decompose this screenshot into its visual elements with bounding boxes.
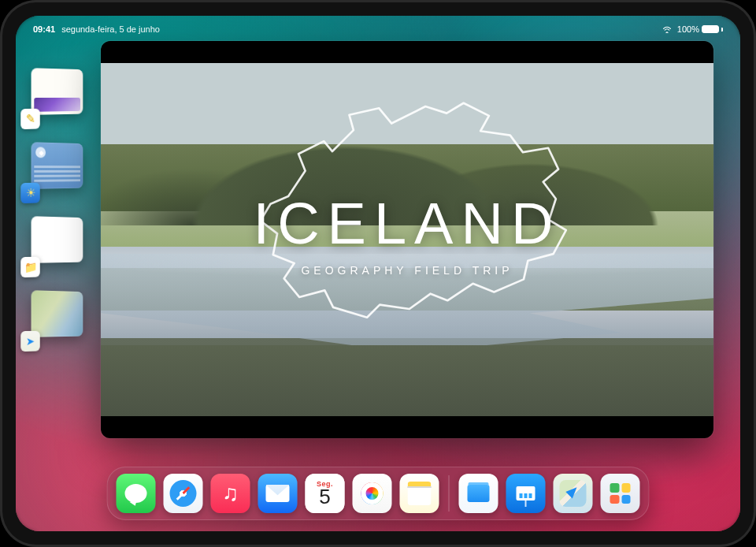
dock-recents [459,474,640,513]
active-window-keynote[interactable]: ICELAND GEOGRAPHY FIELD TRIP [101,41,713,438]
slide-title: ICELAND [101,190,713,257]
stage-thumbnail [32,142,83,189]
stage-manager-strip: ✎ ☀ 📁 ➤ [25,68,90,347]
status-bar: 09:41 segunda-feira, 5 de junho 100% [16,20,740,38]
dock-app-notas[interactable] [400,474,439,513]
status-date: segunda-feira, 5 de junho [61,24,160,34]
screen: 09:41 segunda-feira, 5 de junho 100% ✎ [16,16,740,531]
files-icon [468,485,490,502]
landscape-foreground [101,345,713,416]
battery-percent: 100% [677,24,699,34]
status-right: 100% [662,24,723,34]
dock-app-safari[interactable] [164,474,203,513]
stage-item-files[interactable]: 📁 [25,216,83,273]
dock-app-fotografias[interactable] [353,474,392,513]
dock-app-mapas[interactable] [554,474,593,513]
stage-thumbnail [32,216,83,263]
keynote-icon [517,486,536,500]
wifi-icon [662,25,673,33]
stage-thumbnail [32,68,83,115]
maps-icon: ➤ [20,331,39,352]
ipad-frame: 09:41 segunda-feira, 5 de junho 100% ✎ [0,0,756,547]
calendar-icon: Seg.5 [306,474,345,513]
weather-icon: ☀ [20,183,39,203]
dock-app-mensagens[interactable] [117,474,156,513]
notes-icon: ✎ [20,109,39,129]
dock: ♫Seg.5 [107,467,650,520]
dock-divider [449,475,450,512]
presentation-slide: ICELAND GEOGRAPHY FIELD TRIP [101,63,713,416]
app-library-icon [607,480,634,507]
battery-icon [702,25,719,33]
maps-icon [560,480,587,507]
photos-icon [361,482,384,504]
music-icon: ♫ [222,481,239,506]
calendar-day: 5 [319,486,330,507]
mail-icon [266,485,290,502]
notes-icon [408,482,432,505]
dock-app-m-sica[interactable]: ♫ [211,474,250,513]
safari-icon [170,480,197,507]
stage-item-maps[interactable]: ➤ [25,290,83,347]
dock-pinned: ♫Seg.5 [117,474,439,513]
dock-app-mail[interactable] [258,474,298,513]
dock-app-atalhos-apps[interactable] [601,474,640,513]
files-icon: 📁 [20,257,39,277]
dock-app-ficheiros[interactable] [459,474,498,513]
dock-app-keynote[interactable] [506,474,546,513]
battery-indicator: 100% [677,24,723,34]
status-time: 09:41 [33,24,55,34]
status-left: 09:41 segunda-feira, 5 de junho [33,24,160,34]
dock-app-calend-rio[interactable]: Seg.5 [306,474,345,513]
slide-subtitle: GEOGRAPHY FIELD TRIP [101,264,713,277]
stage-item-notes[interactable]: ✎ [25,68,83,125]
stage-thumbnail [32,290,83,337]
messages-icon [125,484,147,503]
stage-item-weather[interactable]: ☀ [25,142,83,199]
